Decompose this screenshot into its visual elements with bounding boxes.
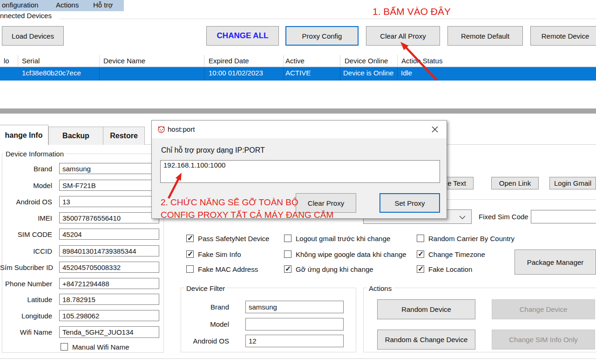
annotation-step2-line1: 2. CHỨC NĂNG SẼ GỠ TOÀN BỘ <box>161 197 298 208</box>
filter-brand-field[interactable] <box>245 301 344 313</box>
column-divider <box>340 67 340 81</box>
open-link-button[interactable]: Open Link <box>491 177 539 189</box>
column-header-device-name[interactable]: Device Name <box>103 57 145 65</box>
manual-wifi-name-checkbox[interactable] <box>61 343 68 351</box>
filter-model-field[interactable] <box>245 318 344 330</box>
remote-device-button[interactable]: Remote Device <box>530 26 596 46</box>
set-proxy-button[interactable]: Set Proxy <box>379 193 440 213</box>
change-sim-info-only-button[interactable]: Change SIM Info Only <box>492 330 595 350</box>
iccid-label: ICCID <box>0 247 52 255</box>
wifi-name-label: Wifi Name <box>0 328 52 336</box>
close-icon[interactable] <box>432 126 438 133</box>
remote-default-button[interactable]: Remote Default <box>447 26 523 46</box>
brand-label: Brand <box>0 165 52 173</box>
random-carrier-checkbox[interactable] <box>417 235 424 242</box>
column-header-device-online[interactable]: Device Online <box>345 57 388 65</box>
change-timezone-label[interactable]: Change Timezone <box>428 250 485 258</box>
random-device-button[interactable]: Random Device <box>377 299 475 319</box>
column-divider <box>283 55 284 67</box>
app-icon <box>157 125 165 133</box>
filter-model-label: Model <box>182 320 229 328</box>
column-divider <box>283 67 284 81</box>
uninstall-apps-label[interactable]: Gỡ ứng dụng khi change <box>296 265 373 273</box>
phone-number-field[interactable] <box>59 278 159 289</box>
connected-devices-group-border <box>60 19 596 19</box>
logout-gmail-checkbox[interactable] <box>284 235 291 242</box>
annotation-arrow-clear-all-proxy <box>393 38 442 85</box>
proxy-input[interactable]: 192.168.1.100:1000 <box>160 160 440 183</box>
change-device-button[interactable]: Change Device <box>492 299 595 319</box>
row-device-online: Device is Online <box>343 69 393 77</box>
android-os-field[interactable] <box>59 196 159 207</box>
manual-wifi-name-label[interactable]: Manual Wifi Name <box>72 343 129 351</box>
fake-mac-address-checkbox[interactable] <box>186 265 194 273</box>
fake-location-label[interactable]: Fake Location <box>428 265 472 273</box>
package-manager-button[interactable]: Package Manager <box>515 249 596 275</box>
filter-brand-label: Brand <box>182 303 229 311</box>
latitude-field[interactable] <box>59 294 159 305</box>
column-divider <box>99 67 100 81</box>
device-filter-title: Device Filter <box>184 284 227 292</box>
menu-item-configuration[interactable]: onfiguration <box>2 1 38 9</box>
imei-label: IMEI <box>0 214 52 222</box>
column-divider <box>99 55 100 67</box>
random-carrier-label[interactable]: Random Carrier By Country <box>428 235 515 243</box>
imei-field[interactable] <box>59 212 159 223</box>
fake-location-checkbox[interactable] <box>417 265 424 273</box>
change-timezone-checkbox[interactable] <box>417 250 424 258</box>
sim-subcriber-id-field[interactable] <box>59 262 159 273</box>
proxy-config-button[interactable]: Proxy Config <box>285 26 359 46</box>
fixed-sim-code-field[interactable] <box>531 210 596 223</box>
longitude-field[interactable] <box>59 310 159 321</box>
row-expired-date: 10:00 01/02/2023 <box>209 69 263 77</box>
latitude-label: Latitude <box>0 296 52 303</box>
annotation-step2-line2: CONFIG PROXY TẤT CẢ MÁY ĐANG CẮM <box>161 210 333 220</box>
iccid-field[interactable] <box>59 245 159 256</box>
chevron-down-icon <box>459 216 466 219</box>
filter-android-os-label: Android OS <box>182 337 229 345</box>
fake-sim-info-label[interactable]: Fake Sim Info <box>198 250 241 258</box>
actions-title: Actions <box>367 284 393 292</box>
column-header-no[interactable]: lo <box>4 57 9 65</box>
pass-safetynet-checkbox[interactable] <box>186 235 194 242</box>
change-all-button[interactable]: CHANGE ALL <box>206 26 279 46</box>
menu-bar: onfiguration Actions Hỗ trợ <box>0 0 124 11</box>
column-divider <box>340 55 340 67</box>
fixed-sim-code-label: Fixed Sim Code <box>479 213 528 221</box>
menu-item-help[interactable]: Hỗ trợ <box>93 1 113 9</box>
logout-gmail-label[interactable]: Logout gmail trước khi change <box>296 235 390 243</box>
fake-sim-info-checkbox[interactable] <box>186 250 194 258</box>
column-divider <box>18 55 18 67</box>
column-divider <box>204 55 204 67</box>
model-field[interactable] <box>59 180 159 191</box>
dialog-titlebar[interactable]: host:port <box>152 121 447 138</box>
no-wipe-google-data-checkbox[interactable] <box>284 250 291 258</box>
dialog-instruction-label: Chỉ hỗ trợ proxy dạng IP:PORT <box>161 146 265 155</box>
tab-restore[interactable]: Restore <box>103 127 145 145</box>
wifi-name-field[interactable] <box>59 326 159 338</box>
fake-mac-address-label[interactable]: Fake MAC Address <box>198 265 258 273</box>
load-devices-button[interactable]: Load Devices <box>2 26 64 46</box>
column-header-active[interactable]: Active <box>285 57 305 65</box>
column-header-serial[interactable]: Serial <box>22 57 40 65</box>
tab-backup[interactable]: Backup <box>48 127 103 145</box>
table-scrollbar[interactable] <box>0 108 596 114</box>
row-serial: 1cf38e80b20c7ece <box>22 69 81 77</box>
login-gmail-button[interactable]: Login Gmail <box>549 177 596 189</box>
phone-number-label: Phone Number <box>0 280 52 288</box>
filter-android-os-field[interactable] <box>245 335 344 347</box>
column-header-expired-date[interactable]: Expired Date <box>209 57 249 65</box>
menu-item-actions[interactable]: Actions <box>56 1 79 9</box>
sim-code-label: SIM CODE <box>0 230 52 238</box>
dialog-title: host:port <box>168 125 195 133</box>
column-divider <box>204 67 204 81</box>
random-and-change-device-button[interactable]: Random & Change Device <box>377 330 475 350</box>
tab-change-info[interactable]: hange Info <box>0 125 48 145</box>
pass-safetynet-label[interactable]: Pass SafetyNet Device <box>198 235 269 243</box>
app-window: onfiguration Actions Hỗ trợ nnected Devi… <box>0 0 596 364</box>
sim-code-field[interactable] <box>59 229 159 240</box>
uninstall-apps-checkbox[interactable] <box>284 265 291 273</box>
brand-field[interactable] <box>59 163 159 174</box>
no-wipe-google-data-label[interactable]: Không wipe google data khi change <box>296 250 406 258</box>
longitude-label: Longitude <box>0 312 52 320</box>
